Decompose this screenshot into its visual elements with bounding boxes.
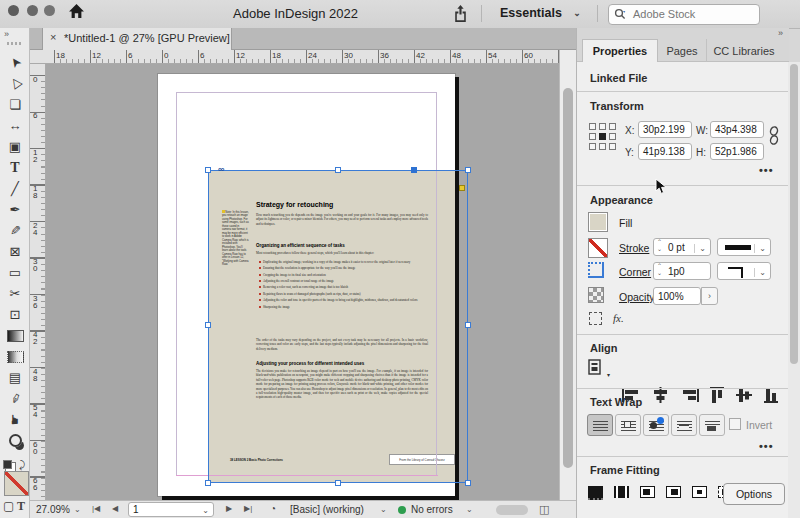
constrain-proportions-icon[interactable] [768,126,780,150]
window-zoom-button[interactable] [44,5,55,16]
scissors-tool[interactable]: ✂ [3,283,27,304]
preflight-icon[interactable]: ◔ [270,503,276,514]
formatting-text-icon[interactable]: T [17,499,25,514]
dock-scrollbar[interactable] [788,62,800,518]
canvas-vscroll-thumb[interactable] [563,88,573,468]
zoom-tool[interactable] [3,430,27,451]
handle-top-right[interactable] [465,167,471,173]
stock-search-box[interactable]: Adobe Stock [608,4,760,25]
page-number-field[interactable]: 1 ⌄ [128,502,214,517]
canvas[interactable]: Note: In this lesson, you retouch an ima… [46,64,559,500]
panel-collapse-icon[interactable]: » [4,29,9,39]
document-tab[interactable]: × *Untitled-1 @ 27% [GPU Preview] [42,28,232,50]
fit-content-to-frame-button[interactable] [640,486,655,498]
default-fill-stroke-icon[interactable] [3,460,12,469]
dock-scroll-thumb[interactable] [790,64,798,364]
hand-tool[interactable]: ☛ [3,409,27,430]
wrap-bounding-box-button[interactable] [615,414,641,436]
zoom-chevron-icon[interactable]: ⌄ [74,505,81,514]
object-style-icon[interactable] [589,312,602,325]
handle-bottom-left[interactable] [205,480,211,486]
align-top-button[interactable] [708,386,727,408]
handle-top-left[interactable] [205,167,211,173]
preflight-profile[interactable]: [Basic] (working) [290,504,364,515]
content-collector-tool[interactable]: ▣ [3,136,27,157]
tab-close-icon[interactable]: × [50,31,56,43]
rectangle-tool[interactable]: ▭ [3,262,27,283]
stepper-arrows-icon[interactable]: ⌃⌄ [657,239,662,252]
effects-fx-icon[interactable]: fx. [613,312,624,324]
stroke-style-dropdown[interactable]: ⌄ [717,238,771,256]
align-center-vertical-button[interactable] [735,386,754,408]
page-tool[interactable]: ❏ [3,94,27,115]
stroke-weight-chevron-icon[interactable]: ⌄ [694,244,706,253]
selection-tool[interactable]: ➤ [3,52,27,73]
free-transform-tool[interactable]: ⊡ [3,304,27,325]
window-minimize-button[interactable] [27,5,38,16]
note-tool[interactable]: ▤ [3,367,27,388]
transform-more-options[interactable]: ••• [759,164,774,176]
prev-page-button[interactable]: ◀ [112,504,118,513]
center-content-button[interactable] [692,486,707,498]
gradient-swatch-tool[interactable] [3,325,27,346]
opacity-expand-button[interactable]: › [701,287,718,305]
align-to-dropdown[interactable]: ▾ [588,359,610,379]
fit-content-proportionally-button[interactable] [614,486,629,498]
window-close-button[interactable] [8,5,19,16]
tab-properties[interactable]: Properties [582,39,658,62]
handle-middle-left[interactable] [205,322,211,328]
publish-pill[interactable] [496,505,528,515]
horizontal-ruler[interactable]: 18126061218243036424854606 [30,50,576,64]
align-center-horizontal-button[interactable] [651,386,670,408]
preflight-chevron-icon[interactable]: ⌄ [380,505,387,514]
handle-middle-right[interactable] [465,322,471,328]
opacity-input[interactable]: 100% [653,287,701,305]
reference-point-locator[interactable] [589,123,618,152]
corner-label[interactable]: Corner [619,266,651,278]
h-input[interactable]: 52p1.986 [710,143,764,160]
handle-bottom-center[interactable] [335,480,341,486]
selection-frame[interactable] [208,170,468,483]
tab-cc-libraries[interactable]: CC Libraries [706,39,781,62]
split-layout-icon[interactable]: ◫ [539,503,549,516]
panel-drag-handle[interactable] [7,42,23,45]
page-chevron-icon[interactable]: ⌄ [202,506,209,515]
fill-swatch[interactable] [4,471,29,496]
handle-bottom-right[interactable] [465,480,471,486]
status-chevron-icon[interactable]: ⌄ [466,505,473,514]
wrap-jump-next-column-button[interactable] [699,414,725,436]
link-badge-icon[interactable]: ∞ [218,165,224,174]
pen-tool[interactable]: ✒ [3,199,27,220]
fill-label[interactable]: Fill [619,217,632,229]
last-page-button[interactable]: ▶| [244,504,252,513]
handle-top-center[interactable] [335,167,341,173]
frame-fitting-options-button[interactable]: Options [723,483,785,505]
home-icon[interactable] [68,3,85,24]
dock-collapse-icon[interactable]: » [778,28,783,38]
stroke-style-chevron-icon[interactable]: ⌄ [754,244,766,253]
handle-anchor-selected[interactable] [411,167,417,173]
formatting-container-icon[interactable]: ▢ [3,499,14,513]
fill-frame-proportionally-button[interactable] [588,486,603,500]
wrap-none-button[interactable] [587,414,613,436]
wrap-object-shape-button[interactable] [643,414,669,436]
x-input[interactable]: 30p2.199 [638,121,692,138]
vertical-ruler[interactable]: 0612182430364248546066 [30,64,46,500]
gradient-feather-tool[interactable] [3,346,27,367]
tab-pages[interactable]: Pages [658,39,706,62]
stroke-swatch[interactable] [588,238,608,258]
corner-editor-widget[interactable] [459,185,465,191]
rectangle-frame-tool[interactable]: ⊠ [3,241,27,262]
preflight-status[interactable]: No errors [411,504,453,515]
canvas-vscrollbar[interactable] [559,50,576,500]
text-wrap-more-options[interactable]: ••• [759,440,774,452]
gap-tool[interactable]: ↔ [3,115,27,136]
fill-swatch-panel[interactable] [588,212,608,232]
direct-selection-tool[interactable]: ▷ [3,73,27,94]
corner-style-chevron-icon[interactable]: ⌄ [754,268,766,277]
wrap-jump-object-button[interactable] [671,414,697,436]
line-tool[interactable]: ╱ [3,178,27,199]
invert-checkbox[interactable] [729,418,741,430]
zoom-level[interactable]: 27.09% [36,504,70,515]
corner-radius-stepper[interactable]: ⌃⌄ 1p0 [653,262,711,280]
